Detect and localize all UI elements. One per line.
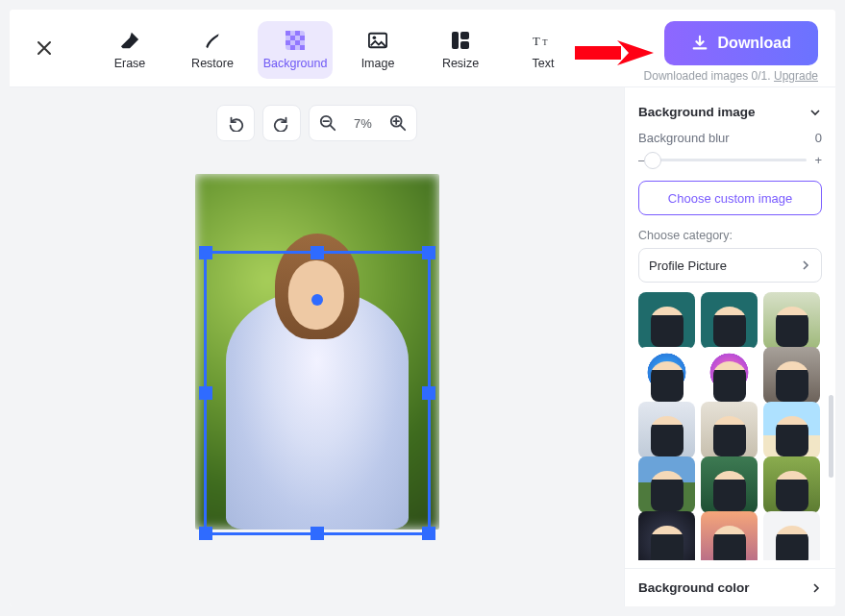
tool-image[interactable]: Image (340, 21, 415, 79)
zoom-in-button[interactable] (380, 105, 416, 141)
slider-thumb[interactable] (644, 152, 661, 169)
category-label: Choose category: (638, 229, 822, 242)
close-icon (37, 40, 52, 56)
redo-button[interactable] (263, 105, 300, 141)
blur-row: Background blur 0 (638, 131, 822, 145)
section-background-color[interactable]: Background color (625, 568, 835, 606)
section-background-image[interactable]: Background image (638, 99, 822, 131)
bg-thumb-bg-office-1[interactable] (638, 402, 695, 458)
tool-label: Restore (191, 57, 234, 70)
checker-icon (286, 30, 305, 51)
zoom-in-icon (389, 114, 407, 132)
bg-thumb-bg-teal-1[interactable] (638, 292, 695, 349)
sidebar: Background image Background blur 0 – + C… (624, 87, 835, 606)
category-value: Profile Picture (649, 259, 727, 273)
resize-handle-tl[interactable] (199, 246, 212, 259)
resize-handle-ml[interactable] (199, 386, 212, 400)
tool-label: Erase (114, 57, 146, 70)
bg-thumb-bg-foliage[interactable] (763, 456, 820, 513)
bg-thumb-bg-teal-2[interactable] (701, 292, 758, 349)
download-icon (691, 35, 708, 52)
svg-rect-1 (286, 31, 290, 36)
rotate-handle[interactable] (311, 294, 323, 306)
chevron-down-icon (808, 106, 822, 119)
tool-text[interactable]: TT Text (506, 21, 581, 79)
category-select[interactable]: Profile Picture (638, 248, 822, 283)
image-stage[interactable] (195, 174, 439, 530)
download-button[interactable]: Download (664, 21, 818, 65)
svg-rect-11 (452, 32, 459, 49)
svg-rect-5 (286, 40, 290, 45)
quota-text: Downloaded images 0/1. (644, 69, 774, 83)
svg-rect-8 (300, 45, 305, 50)
tool-background[interactable]: Background (258, 21, 333, 79)
svg-rect-3 (290, 36, 295, 40)
canvas-controls: 7% (216, 105, 417, 141)
tool-list: Erase Restore Background (92, 21, 581, 79)
slider-track[interactable] (653, 159, 807, 161)
annotation-arrow (575, 35, 654, 75)
tool-label: Text (533, 57, 555, 70)
slider-plus[interactable]: + (814, 153, 822, 167)
resize-handle-br[interactable] (422, 527, 435, 540)
undo-button[interactable] (217, 105, 254, 141)
zoom-out-button[interactable] (310, 105, 346, 141)
image-icon (368, 30, 387, 51)
svg-text:T: T (533, 35, 540, 48)
chevron-right-icon (810, 582, 822, 594)
resize-handle-tr[interactable] (422, 246, 435, 259)
blur-slider: – + (638, 153, 822, 167)
tool-label: Background (263, 57, 328, 70)
tool-resize[interactable]: Resize (423, 21, 498, 79)
background-thumbnails (638, 292, 822, 560)
section-title: Background color (638, 580, 750, 595)
tool-erase[interactable]: Erase (92, 21, 167, 79)
resize-handle-bm[interactable] (311, 527, 324, 540)
svg-rect-16 (575, 46, 621, 60)
scrollbar-indicator[interactable] (829, 395, 833, 478)
choose-custom-label: Choose custom image (668, 191, 792, 206)
download-quota: Downloaded images 0/1. Upgrade (644, 69, 818, 83)
resize-handle-bl[interactable] (199, 527, 212, 540)
bg-thumb-bg-mountain[interactable] (638, 456, 695, 513)
svg-rect-13 (460, 41, 469, 49)
zoom-out-icon (319, 114, 336, 132)
svg-rect-2 (295, 31, 300, 36)
blur-value: 0 (815, 131, 822, 145)
svg-rect-4 (300, 36, 305, 40)
chevron-right-icon (800, 259, 811, 271)
resize-handle-mr[interactable] (422, 386, 435, 400)
upgrade-link[interactable]: Upgrade (774, 69, 818, 83)
tool-label: Resize (442, 57, 479, 70)
bg-thumb-bg-bokeh[interactable] (638, 511, 695, 560)
choose-custom-image-button[interactable]: Choose custom image (638, 181, 822, 215)
resize-handle-tm[interactable] (311, 246, 324, 259)
bg-thumb-bg-blob-magenta[interactable] (701, 347, 758, 404)
close-button[interactable] (27, 31, 62, 65)
zoom-value: 7% (352, 116, 374, 131)
bg-thumb-bg-office-2[interactable] (701, 402, 758, 458)
svg-rect-12 (460, 32, 469, 39)
tool-restore[interactable]: Restore (175, 21, 250, 79)
download-label: Download (718, 35, 791, 52)
bg-thumb-bg-white[interactable] (763, 511, 820, 560)
bg-thumb-bg-beach[interactable] (763, 402, 820, 458)
eraser-icon (119, 30, 140, 51)
resize-icon (452, 30, 469, 51)
bg-thumb-bg-palms[interactable] (701, 456, 758, 513)
svg-point-10 (373, 36, 377, 39)
bg-thumb-bg-window[interactable] (763, 347, 820, 404)
selection-box[interactable] (204, 251, 431, 535)
bg-thumb-bg-flowers[interactable] (763, 292, 820, 349)
section-title: Background image (638, 105, 756, 119)
redo-icon (273, 114, 290, 132)
blur-label: Background blur (638, 131, 730, 145)
svg-rect-6 (295, 40, 300, 45)
bg-thumb-bg-blob-blue[interactable] (638, 347, 695, 404)
text-icon: TT (533, 30, 554, 51)
tool-label: Image (361, 57, 395, 70)
svg-text:T: T (542, 37, 548, 47)
brush-icon (203, 30, 222, 51)
undo-icon (227, 114, 244, 132)
bg-thumb-bg-sunset[interactable] (701, 511, 758, 560)
